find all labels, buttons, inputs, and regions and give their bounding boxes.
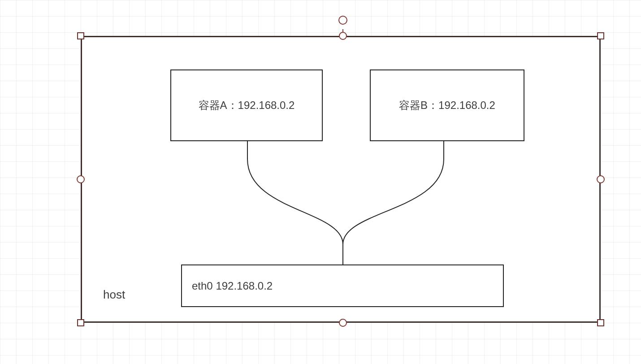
container-a-box[interactable]: 容器A：192.168.0.2 <box>170 69 323 141</box>
eth0-box[interactable]: eth0 192.168.0.2 <box>181 264 504 307</box>
container-b-box[interactable]: 容器B：192.168.0.2 <box>370 69 524 141</box>
container-b-label: 容器B：192.168.0.2 <box>399 98 495 113</box>
eth0-label: eth0 192.168.0.2 <box>192 280 273 292</box>
host-label: host <box>103 288 125 302</box>
container-a-label: 容器A：192.168.0.2 <box>199 98 295 113</box>
diagram-canvas[interactable]: host 容器A：192.168.0.2 容器B：192.168.0.2 eth… <box>0 0 641 364</box>
